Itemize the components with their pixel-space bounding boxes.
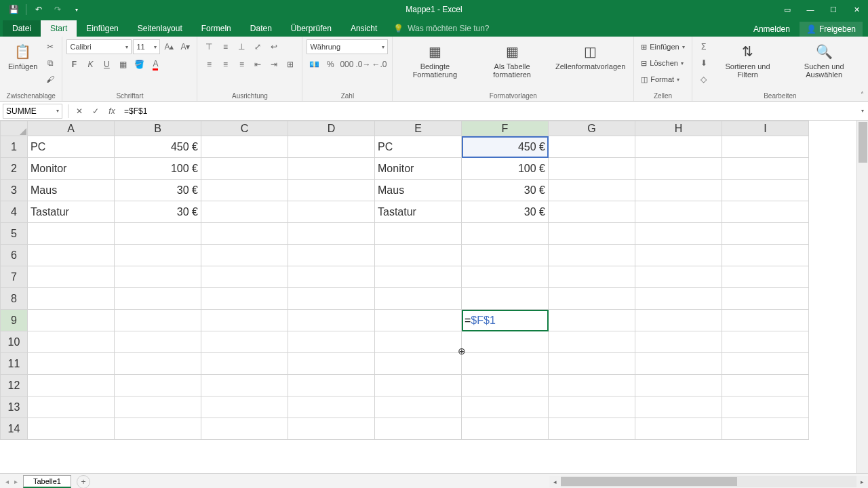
cell-C12[interactable] bbox=[201, 375, 288, 396]
tab-review[interactable]: Überprüfen bbox=[281, 20, 341, 37]
row-header-8[interactable]: 8 bbox=[1, 288, 28, 310]
cell-H4[interactable] bbox=[635, 201, 722, 223]
cell-I10[interactable] bbox=[722, 331, 809, 353]
cell-F9[interactable]: =$F$1 bbox=[462, 310, 549, 331]
cell-E7[interactable] bbox=[375, 266, 462, 288]
cell-D1[interactable] bbox=[288, 136, 375, 158]
select-all-corner[interactable] bbox=[1, 121, 28, 136]
vertical-scrollbar[interactable] bbox=[856, 121, 868, 473]
col-header-E[interactable]: E bbox=[375, 121, 462, 136]
cell-G5[interactable] bbox=[549, 223, 635, 245]
cell-D10[interactable] bbox=[288, 331, 375, 353]
signin-button[interactable]: Anmelden bbox=[747, 22, 797, 37]
cell-I12[interactable] bbox=[722, 375, 809, 396]
col-header-I[interactable]: I bbox=[722, 121, 809, 136]
row-header-7[interactable]: 7 bbox=[1, 266, 28, 288]
cell-F1[interactable]: 450 € bbox=[462, 136, 549, 158]
cell-styles-button[interactable]: ◫Zellenformatvorlagen bbox=[551, 39, 629, 72]
cell-H3[interactable] bbox=[635, 180, 722, 201]
font-name-select[interactable]: Calibri▾ bbox=[66, 39, 132, 54]
cell-G7[interactable] bbox=[549, 266, 635, 288]
row-header-4[interactable]: 4 bbox=[1, 201, 28, 223]
cell-C9[interactable] bbox=[201, 310, 288, 331]
align-bottom-icon[interactable]: ⊥ bbox=[234, 39, 249, 54]
decrease-decimal-icon[interactable]: ←.0 bbox=[372, 57, 387, 72]
share-button[interactable]: 👤 Freigeben bbox=[800, 22, 863, 37]
autosum-icon[interactable]: Σ bbox=[696, 39, 711, 54]
cell-I7[interactable] bbox=[722, 266, 809, 288]
sort-filter-button[interactable]: ⇅Sortieren und Filtern bbox=[713, 39, 783, 80]
cell-E1[interactable]: PC bbox=[375, 136, 462, 158]
cut-icon[interactable]: ✂ bbox=[43, 39, 58, 54]
cell-G9[interactable] bbox=[549, 310, 635, 331]
hscroll-left-icon[interactable]: ◂ bbox=[549, 476, 561, 487]
cell-D8[interactable] bbox=[288, 288, 375, 310]
cell-A5[interactable] bbox=[28, 223, 115, 245]
qat-customize-icon[interactable]: ▾ bbox=[68, 2, 85, 17]
align-center-icon[interactable]: ≡ bbox=[218, 57, 233, 72]
hscroll-right-icon[interactable]: ▸ bbox=[856, 476, 868, 487]
cell-D11[interactable] bbox=[288, 353, 375, 375]
font-size-select[interactable]: 11▾ bbox=[133, 39, 160, 54]
tab-data[interactable]: Daten bbox=[241, 20, 281, 37]
cell-E5[interactable] bbox=[375, 223, 462, 245]
cell-C10[interactable] bbox=[201, 331, 288, 353]
cell-F14[interactable] bbox=[462, 418, 549, 440]
ribbon-display-icon[interactable]: ▭ bbox=[776, 0, 799, 19]
enter-formula-icon[interactable]: ✓ bbox=[87, 104, 104, 119]
row-header-12[interactable]: 12 bbox=[1, 375, 28, 396]
cancel-formula-icon[interactable]: ✕ bbox=[71, 104, 87, 119]
row-header-11[interactable]: 11 bbox=[1, 353, 28, 375]
cell-I5[interactable] bbox=[722, 223, 809, 245]
merge-icon[interactable]: ⊞ bbox=[283, 57, 298, 72]
cell-F12[interactable] bbox=[462, 375, 549, 396]
align-top-icon[interactable]: ⊤ bbox=[201, 39, 216, 54]
cell-F3[interactable]: 30 € bbox=[462, 180, 549, 201]
cell-D7[interactable] bbox=[288, 266, 375, 288]
cell-I2[interactable] bbox=[722, 158, 809, 180]
cell-B8[interactable] bbox=[115, 288, 201, 310]
cell-A12[interactable] bbox=[28, 375, 115, 396]
row-header-10[interactable]: 10 bbox=[1, 331, 28, 353]
tab-pagelayout[interactable]: Seitenlayout bbox=[128, 20, 192, 37]
cell-H14[interactable] bbox=[635, 418, 722, 440]
col-header-B[interactable]: B bbox=[115, 121, 201, 136]
cell-G10[interactable] bbox=[549, 331, 635, 353]
cell-B2[interactable]: 100 € bbox=[115, 158, 201, 180]
horizontal-scrollbar[interactable]: ◂ ▸ bbox=[549, 476, 868, 487]
tab-file[interactable]: Datei bbox=[3, 20, 41, 37]
percent-icon[interactable]: % bbox=[323, 57, 338, 72]
cell-C5[interactable] bbox=[201, 223, 288, 245]
row-header-9[interactable]: 9 bbox=[1, 310, 28, 331]
tab-formulas[interactable]: Formeln bbox=[192, 20, 241, 37]
cell-C11[interactable] bbox=[201, 353, 288, 375]
insert-cells-button[interactable]: ⊞Einfügen▾ bbox=[638, 39, 687, 54]
cell-A4[interactable]: Tastatur bbox=[28, 201, 115, 223]
cell-B9[interactable] bbox=[115, 310, 201, 331]
cell-G6[interactable] bbox=[549, 245, 635, 266]
cell-G12[interactable] bbox=[549, 375, 635, 396]
cell-G13[interactable] bbox=[549, 396, 635, 418]
orientation-icon[interactable]: ⤢ bbox=[250, 39, 265, 54]
save-icon[interactable]: 💾 bbox=[5, 2, 22, 17]
cell-F11[interactable] bbox=[462, 353, 549, 375]
cell-A2[interactable]: Monitor bbox=[28, 158, 115, 180]
cell-D3[interactable] bbox=[288, 180, 375, 201]
tab-scroll-left-icon[interactable]: ◂ bbox=[5, 478, 9, 485]
minimize-icon[interactable]: — bbox=[799, 0, 822, 19]
tab-view[interactable]: Ansicht bbox=[341, 20, 387, 37]
cell-B3[interactable]: 30 € bbox=[115, 180, 201, 201]
cell-H12[interactable] bbox=[635, 375, 722, 396]
cell-I6[interactable] bbox=[722, 245, 809, 266]
cell-B4[interactable]: 30 € bbox=[115, 201, 201, 223]
cell-A14[interactable] bbox=[28, 418, 115, 440]
cell-C3[interactable] bbox=[201, 180, 288, 201]
increase-indent-icon[interactable]: ⇥ bbox=[267, 57, 281, 72]
row-header-2[interactable]: 2 bbox=[1, 158, 28, 180]
cell-E4[interactable]: Tastatur bbox=[375, 201, 462, 223]
cell-E2[interactable]: Monitor bbox=[375, 158, 462, 180]
tab-scroll-right-icon[interactable]: ▸ bbox=[14, 478, 18, 485]
clear-icon[interactable]: ◇ bbox=[696, 72, 711, 87]
align-left-icon[interactable]: ≡ bbox=[201, 57, 216, 72]
cell-I8[interactable] bbox=[722, 288, 809, 310]
